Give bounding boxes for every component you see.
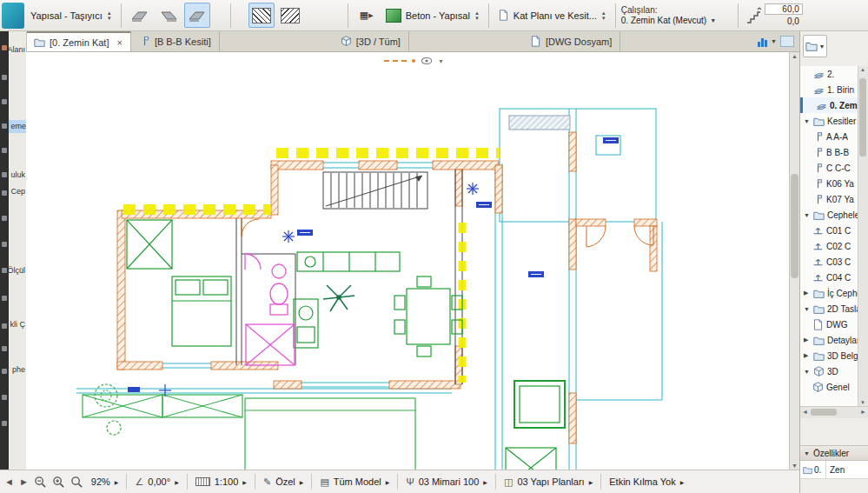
properties-row[interactable]: 0. Zen: [800, 461, 868, 479]
navigator-item-story[interactable]: 2.: [800, 66, 858, 82]
toolbox-item[interactable]: phe: [9, 363, 25, 376]
navigator-horizontal-scrollbar[interactable]: ◄ ►: [800, 406, 868, 418]
navigator-folder-3d[interactable]: ▼ 3D: [800, 363, 858, 379]
tread-value-field[interactable]: 0,0: [765, 16, 803, 27]
tool-icon[interactable]: [2, 99, 7, 104]
roof-tool-button-1[interactable]: [127, 3, 153, 28]
properties-header[interactable]: ▼ Özellikler: [800, 445, 868, 461]
scrollbar-thumb[interactable]: [811, 409, 837, 416]
riser-height-field[interactable]: 60,0: [765, 3, 803, 15]
material-preset-dropdown[interactable]: Beton - Yapısal ▲▼: [382, 4, 483, 27]
tool-icon[interactable]: [2, 323, 7, 329]
navigator-item-section[interactable]: B B-B: [800, 144, 858, 160]
app-icon[interactable]: [2, 3, 24, 29]
expand-arrow-icon[interactable]: ▼: [804, 212, 811, 218]
tool-icon[interactable]: [2, 421, 7, 426]
tool-icon[interactable]: [2, 268, 7, 273]
navigator-item-elevation[interactable]: C04 C: [800, 270, 858, 285]
toolbox-item[interactable]: n Alanı: [9, 43, 25, 57]
tab-dwg-dosyam[interactable]: [DWG Dosyam]: [522, 31, 620, 51]
navigator-item-elevation[interactable]: C03 C: [800, 254, 858, 270]
model-filter-control[interactable]: ▤ Tüm Model ▶: [317, 476, 392, 488]
drawing-canvas[interactable]: ▼: [26, 52, 789, 470]
tool-icon[interactable]: [2, 190, 7, 196]
navigator-item-section[interactable]: K06 Ya: [800, 176, 858, 191]
close-icon[interactable]: ×: [116, 37, 122, 48]
tool-icon[interactable]: [2, 242, 7, 247]
scrollbar-thumb[interactable]: [859, 78, 866, 157]
hatch-45-button[interactable]: [248, 3, 275, 28]
tool-icon[interactable]: [2, 123, 7, 129]
scrollbar-thumb[interactable]: [791, 174, 798, 278]
toolbox-item[interactable]: kli Ç: [9, 318, 25, 331]
navigator-item-dwg[interactable]: DWG: [800, 316, 858, 332]
navigator-item-elevation[interactable]: C01 C: [800, 223, 858, 238]
expand-arrow-icon[interactable]: ▼: [804, 118, 811, 124]
navigator-folder-cepheler[interactable]: ▼ Cepheler: [800, 207, 858, 223]
chevron-down-icon[interactable]: ▼: [771, 38, 777, 44]
expand-arrow-icon[interactable]: ▼: [804, 306, 811, 312]
navigate-forward-icon[interactable]: ►: [19, 476, 29, 487]
floor-plan[interactable]: [26, 52, 789, 470]
panel-toggle-icon[interactable]: [780, 36, 794, 47]
expand-arrow-icon[interactable]: ▼: [804, 369, 811, 375]
navigator-folder-ic-cephe[interactable]: ▶ İç Cephe: [800, 285, 858, 301]
pen-set-control[interactable]: ✎ Özel ▶: [261, 476, 306, 488]
chevron-down-icon[interactable]: ▼: [438, 58, 444, 64]
tool-icon[interactable]: [2, 148, 7, 153]
orientation-control[interactable]: ∠ 0,00° ▶: [132, 476, 181, 488]
tool-icon[interactable]: [2, 75, 7, 80]
navigator-folder-3d-belge[interactable]: ▶ 3D Belg: [800, 348, 858, 363]
dimension-style-control[interactable]: Ψ 03 Mimari 100 ▶: [403, 476, 490, 487]
canvas-vertical-scrollbar[interactable]: ▲ ▼: [789, 52, 799, 470]
toolbox-item[interactable]: l Cep: [9, 185, 25, 198]
hatch-button[interactable]: [277, 3, 303, 28]
zoom-out-icon[interactable]: [34, 476, 47, 489]
navigator-item-section[interactable]: K07 Ya: [800, 191, 858, 207]
tool-icon[interactable]: [2, 216, 7, 221]
tab-3d-tum[interactable]: [3D / Tüm]: [333, 31, 409, 51]
tool-icon[interactable]: [2, 296, 7, 301]
project-chooser-button[interactable]: ▼: [803, 35, 827, 57]
navigator-item-section[interactable]: C C-C: [800, 160, 858, 176]
tool-icon[interactable]: [2, 346, 7, 351]
zoom-level-control[interactable]: 92% ▶: [89, 476, 122, 487]
tab-zemin-kat[interactable]: [0. Zemin Kat] ×: [26, 31, 131, 51]
chart-icon[interactable]: [758, 37, 767, 47]
tool-icon[interactable]: [2, 395, 7, 400]
spinner-arrows-icon[interactable]: ▲▼: [107, 10, 112, 21]
working-story-dropdown[interactable]: 0. Zemin Kat (Mevcut) ▼: [621, 16, 732, 26]
layer-combination-control[interactable]: ◫ 03 Yapı Planları ▶: [501, 476, 595, 488]
navigator-folder-2d-taslak[interactable]: ▼ 2D Tasla: [800, 301, 858, 316]
toolbox-item-selected[interactable]: eme: [9, 120, 26, 133]
navigate-back-icon[interactable]: ◄: [4, 476, 14, 487]
navigator-item-story[interactable]: 1. Birin: [800, 82, 858, 97]
scroll-down-icon[interactable]: ▼: [858, 400, 867, 405]
navigator-item-section[interactable]: A A-A: [800, 129, 858, 144]
grid-options-button[interactable]: ▦▶: [354, 3, 380, 28]
expand-arrow-icon[interactable]: ▶: [804, 352, 811, 359]
spinner-arrows-icon[interactable]: ▲▼: [601, 10, 606, 21]
navigator-folder-detaylar[interactable]: ▶ Detaylar: [800, 332, 858, 348]
renovation-filter-control[interactable]: Etkin Kılma Yok ▶: [606, 476, 686, 487]
toolbox-item[interactable]: uluk: [9, 169, 25, 182]
tool-icon[interactable]: [2, 369, 7, 374]
navigator-vertical-scrollbar[interactable]: ▲ ▼: [858, 66, 868, 406]
tool-icon[interactable]: [2, 172, 7, 177]
spinner-arrows-icon[interactable]: ▲▼: [474, 10, 480, 21]
eye-icon[interactable]: [421, 55, 433, 67]
roof-tool-button-2[interactable]: [156, 3, 182, 28]
scroll-up-icon[interactable]: ▲: [858, 67, 867, 72]
slab-tool-button[interactable]: [184, 3, 210, 28]
expand-arrow-icon[interactable]: ▶: [804, 290, 811, 296]
tab-bb-kesiti[interactable]: [B B-B Kesiti]: [131, 31, 220, 51]
scroll-left-icon[interactable]: ◄: [800, 407, 810, 417]
navigator-folder-kesitler[interactable]: ▼ Kesitler: [800, 113, 858, 129]
scroll-down-icon[interactable]: ▼: [790, 463, 799, 469]
expand-arrow-icon[interactable]: ▶: [804, 336, 811, 343]
dashed-line-icon[interactable]: [384, 60, 407, 62]
fit-view-icon[interactable]: [70, 476, 83, 489]
tool-icon[interactable]: [2, 45, 7, 50]
toolbox-item[interactable]: Ölçül: [9, 264, 25, 277]
zoom-in-icon[interactable]: [52, 476, 65, 489]
